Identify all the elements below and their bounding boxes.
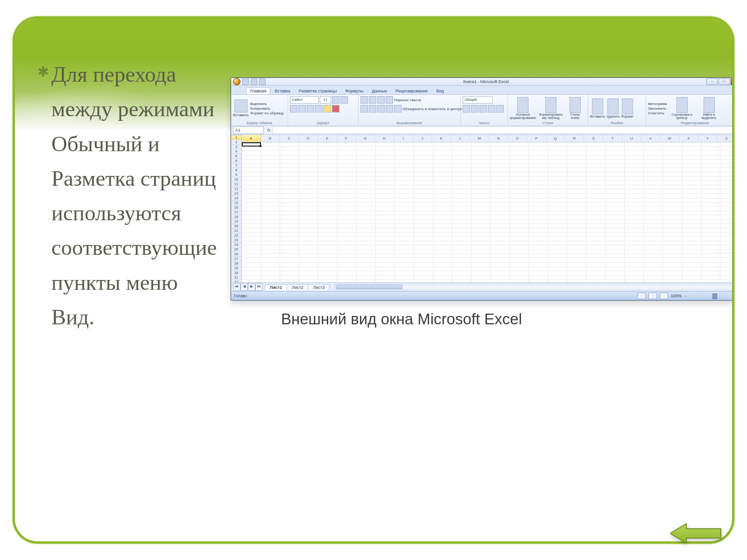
row-header[interactable]: 29 <box>231 266 241 271</box>
copy-label[interactable]: Копировать <box>250 106 284 111</box>
row-header[interactable]: 25 <box>231 247 241 252</box>
sheet-nav-next-icon[interactable]: ▶ <box>248 283 255 291</box>
row-header[interactable]: 8 <box>231 168 241 173</box>
row-header[interactable]: 5 <box>231 154 241 159</box>
column-header[interactable]: S <box>584 135 603 142</box>
ribbon-tab-5[interactable]: Рецензирование <box>391 87 432 94</box>
find-select-icon[interactable] <box>704 97 715 113</box>
column-header[interactable]: D <box>299 135 318 142</box>
column-header[interactable]: Y <box>698 135 718 142</box>
zoom-slider[interactable] <box>689 295 732 297</box>
column-header[interactable]: K <box>432 135 451 142</box>
ribbon-tab-0[interactable]: Главная <box>246 87 270 94</box>
ribbon-tab-3[interactable]: Формулы <box>341 87 367 94</box>
horizontal-scrollbar[interactable] <box>335 284 732 290</box>
column-header[interactable]: Z <box>717 135 732 142</box>
bold-icon[interactable] <box>290 105 297 112</box>
italic-icon[interactable] <box>298 105 306 112</box>
row-header[interactable]: 11 <box>231 182 241 187</box>
font-size-combo[interactable]: 11 <box>320 96 331 104</box>
sheet-nav-last-icon[interactable]: ⏭ <box>255 283 263 291</box>
sort-filter-icon[interactable] <box>677 97 688 113</box>
percent-icon[interactable] <box>471 105 479 112</box>
row-header[interactable]: 26 <box>231 252 241 257</box>
name-box[interactable]: A1 <box>233 126 264 134</box>
row-header[interactable]: 7 <box>231 163 241 168</box>
currency-icon[interactable] <box>463 105 470 112</box>
horizontal-scroll-thumb[interactable] <box>336 285 402 289</box>
maximize-icon[interactable]: □ <box>719 78 730 85</box>
wrap-text-label[interactable]: Перенос текста <box>394 98 421 102</box>
decrease-font-icon[interactable] <box>340 96 348 104</box>
sheet-tab[interactable]: Лист3 <box>308 284 330 290</box>
align-top-icon[interactable] <box>360 96 368 104</box>
orientation-icon[interactable] <box>386 96 393 104</box>
minimize-icon[interactable]: – <box>706 78 718 85</box>
sheet-nav-prev-icon[interactable]: ◀ <box>240 283 248 291</box>
formula-bar-input[interactable] <box>272 126 732 134</box>
column-header[interactable]: M <box>470 135 489 142</box>
view-page-layout-icon[interactable] <box>648 293 657 299</box>
column-header[interactable]: O <box>508 135 527 142</box>
row-header[interactable]: 23 <box>231 238 241 243</box>
sheet-tab[interactable]: Лист2 <box>287 284 309 290</box>
row-header[interactable]: 10 <box>231 177 241 182</box>
row-header[interactable]: 21 <box>231 229 241 233</box>
merge-center-label[interactable]: Объединить и поместить в центре <box>402 107 462 111</box>
row-header[interactable]: 12 <box>231 187 241 191</box>
row-header[interactable]: 28 <box>231 261 241 266</box>
cells-grid[interactable] <box>242 142 732 282</box>
align-left-icon[interactable] <box>360 105 368 112</box>
column-header[interactable]: T <box>603 135 622 142</box>
column-header[interactable]: X <box>679 135 698 142</box>
format-as-table-icon[interactable] <box>545 97 557 113</box>
column-header[interactable]: P <box>527 135 546 142</box>
column-header[interactable]: N <box>489 135 508 142</box>
insert-cells-icon[interactable] <box>592 98 603 114</box>
undo-icon[interactable] <box>251 78 257 85</box>
row-header[interactable]: 6 <box>231 159 241 163</box>
column-header[interactable]: I <box>394 135 413 142</box>
row-header[interactable]: 13 <box>231 191 241 196</box>
font-name-combo[interactable]: Calibri <box>290 96 319 104</box>
align-center-icon[interactable] <box>369 105 376 112</box>
column-header[interactable]: R <box>565 135 584 142</box>
ribbon-tab-2[interactable]: Разметка страницы <box>295 87 341 94</box>
sheet-tab[interactable]: Лист1 <box>265 284 287 290</box>
column-header[interactable]: F <box>337 135 356 142</box>
column-header[interactable]: U <box>622 135 641 142</box>
fx-icon[interactable]: fx <box>266 128 272 133</box>
row-header[interactable]: 27 <box>231 257 241 261</box>
decrease-decimal-icon[interactable] <box>496 105 504 112</box>
align-bottom-icon[interactable] <box>377 96 385 104</box>
font-color-icon[interactable] <box>332 105 339 112</box>
increase-indent-icon[interactable] <box>394 105 402 112</box>
column-header[interactable]: G <box>356 135 375 142</box>
column-header[interactable]: B <box>261 135 280 142</box>
view-page-break-icon[interactable] <box>660 293 668 299</box>
view-normal-icon[interactable] <box>637 293 646 299</box>
row-header[interactable]: 9 <box>231 173 241 177</box>
row-header[interactable]: 16 <box>231 205 241 210</box>
fill-color-icon[interactable] <box>324 105 331 112</box>
row-header[interactable]: 2 <box>231 140 241 145</box>
underline-icon[interactable] <box>307 105 314 112</box>
column-header[interactable]: Q <box>546 135 565 142</box>
column-header[interactable]: E <box>318 135 337 142</box>
row-header[interactable]: 19 <box>231 219 241 224</box>
align-middle-icon[interactable] <box>369 96 376 104</box>
autosum-label[interactable]: Автосумма <box>648 102 667 106</box>
redo-icon[interactable] <box>259 78 266 85</box>
row-header[interactable]: 3 <box>231 145 241 149</box>
office-orb-icon[interactable] <box>233 78 240 85</box>
row-header[interactable]: 4 <box>231 149 241 154</box>
sheet-nav-first-icon[interactable]: ⏮ <box>233 283 240 291</box>
row-header[interactable]: 15 <box>231 201 241 205</box>
decrease-indent-icon[interactable] <box>386 105 393 112</box>
format-cells-icon[interactable] <box>622 98 633 114</box>
row-header[interactable]: 30 <box>231 271 241 275</box>
clear-label[interactable]: Очистить <box>648 111 667 115</box>
align-right-icon[interactable] <box>377 105 385 112</box>
ribbon-tab-1[interactable]: Вставка <box>270 87 294 94</box>
column-header[interactable]: J <box>413 135 432 142</box>
